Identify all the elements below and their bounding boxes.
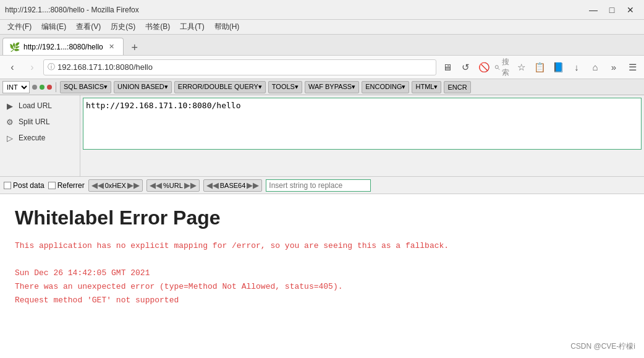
tools-menu[interactable]: TOOLS▾	[268, 81, 302, 93]
menu-bookmarks[interactable]: 书签(B)	[140, 20, 175, 33]
error-line4: Request method 'GET' not supported	[15, 294, 629, 307]
tab-close-button[interactable]: ✕	[107, 42, 117, 52]
execute-icon: ▷	[5, 133, 15, 143]
hackbar-toolbar: INT SQL BASICS▾ UNION BASED▾ ERROR/DOUBL…	[0, 79, 644, 95]
hackbar-bottom: Post data Referrer ◀◀ 0xHEX ▶▶ ◀◀ %URL ▶…	[0, 177, 644, 194]
hex-arrow-right: ▶▶	[127, 181, 140, 190]
menu-history[interactable]: 历史(S)	[106, 20, 140, 33]
dot-gray	[32, 85, 37, 90]
url-arrow-right: ▶▶	[184, 181, 197, 190]
split-url-icon: ⚙	[5, 117, 15, 127]
menu-file[interactable]: 文件(F)	[2, 20, 36, 33]
separator-1	[56, 82, 56, 92]
url-encode-label: %URL	[163, 182, 183, 189]
html-menu[interactable]: HTML▾	[412, 81, 441, 93]
split-url-button[interactable]: ⚙ Split URL	[0, 114, 80, 130]
download-button[interactable]: ↓	[569, 59, 585, 75]
sql-basics-menu[interactable]: SQL BASICS▾	[60, 81, 111, 93]
dot-red	[47, 85, 52, 90]
tab-title: http://192.1...:8080/hello	[23, 43, 103, 51]
title-bar: http://192.1...:8080/hello - Mozilla Fir…	[0, 0, 644, 20]
int-select[interactable]: INT	[2, 81, 30, 93]
close-button[interactable]: ✕	[622, 4, 639, 16]
menu-tools[interactable]: 工具(T)	[175, 20, 209, 33]
page-content: Whitelabel Error Page This application h…	[0, 194, 644, 358]
post-data-check[interactable]: Post data	[4, 181, 44, 190]
error-line2: Sun Dec 26 14:42:05 GMT 2021	[15, 266, 629, 280]
search-button[interactable]: 搜索	[494, 59, 511, 75]
error-body: This application has no explicit mapping…	[15, 239, 629, 307]
active-tab[interactable]: 🌿 http://192.1...:8080/hello ✕	[2, 38, 124, 55]
pocket-button[interactable]: 📘	[550, 59, 566, 75]
base64-label: BASE64	[220, 182, 246, 189]
dot-green	[40, 85, 44, 90]
hex-arrow-left: ◀◀	[91, 181, 104, 190]
tab-favicon: 🌿	[9, 42, 20, 52]
maximize-button[interactable]: □	[603, 4, 621, 16]
load-url-icon: ▶	[5, 101, 15, 111]
new-tab-button[interactable]: +	[126, 40, 143, 55]
url-input[interactable]	[83, 98, 642, 150]
load-url-button[interactable]: ▶ Load URL	[0, 98, 80, 114]
referrer-check[interactable]: Referrer	[48, 181, 85, 190]
svg-point-0	[495, 65, 498, 68]
more-button[interactable]: »	[606, 59, 622, 75]
hackbar-sidebar: ▶ Load URL ⚙ Split URL ▷ Execute	[0, 95, 80, 176]
execute-label: Execute	[19, 134, 45, 142]
union-based-menu[interactable]: UNION BASED▾	[114, 81, 172, 93]
window-title: http://192.1...:8080/hello - Mozilla Fir…	[5, 6, 585, 14]
forward-button[interactable]: ›	[23, 59, 41, 75]
error-double-query-menu[interactable]: ERROR/DOUBLE QUERY▾	[174, 81, 266, 93]
base64-arrow-right: ▶▶	[247, 181, 259, 190]
encr-menu[interactable]: ENCR	[444, 81, 470, 93]
reload-button[interactable]: ↺	[457, 59, 473, 75]
stop-button[interactable]: 🚫	[476, 59, 492, 75]
address-bar: ‹ › ⓘ 192.168.171.10:8080/hello 🖥 ↺ 🚫 搜索…	[0, 56, 644, 79]
execute-button[interactable]: ▷ Execute	[0, 130, 80, 146]
watermark: CSDN @CVE-柠檬i	[570, 341, 635, 352]
home-button[interactable]: ⌂	[587, 59, 603, 75]
tab-bar: 🌿 http://192.1...:8080/hello ✕ +	[0, 35, 644, 56]
network-button[interactable]: 🖥	[439, 59, 455, 75]
back-button[interactable]: ‹	[4, 59, 21, 75]
replace-input[interactable]	[266, 179, 371, 192]
hex-label: 0xHEX	[105, 182, 126, 189]
referrer-label: Referrer	[57, 181, 85, 190]
menu-button[interactable]: ☰	[624, 59, 640, 75]
svg-line-1	[498, 68, 499, 69]
post-data-checkbox[interactable]	[4, 182, 11, 189]
base64-encode-btn[interactable]: ◀◀ BASE64 ▶▶	[203, 179, 263, 192]
address-text: 192.168.171.10:8080/hello	[57, 62, 432, 72]
search-label: 搜索	[501, 57, 511, 78]
post-data-label: Post data	[13, 181, 44, 190]
waf-bypass-menu[interactable]: WAF BYPASS▾	[305, 81, 359, 93]
hex-encode-btn[interactable]: ◀◀ 0xHEX ▶▶	[88, 179, 143, 192]
screenshot-button[interactable]: 📋	[532, 59, 548, 75]
referrer-checkbox[interactable]	[48, 182, 56, 189]
url-arrow-left: ◀◀	[150, 181, 162, 190]
url-encode-btn[interactable]: ◀◀ %URL ▶▶	[146, 179, 200, 192]
minimize-button[interactable]: —	[585, 4, 602, 16]
split-url-label: Split URL	[19, 117, 50, 126]
error-line3: There was an unexpected error (type=Meth…	[15, 280, 629, 294]
error-line1: This application has no explicit mapping…	[15, 239, 629, 253]
menu-edit[interactable]: 编辑(E)	[36, 20, 71, 33]
base64-arrow-left: ◀◀	[206, 181, 219, 190]
encoding-menu[interactable]: ENCODING▾	[362, 81, 409, 93]
window-controls: — □ ✕	[585, 4, 639, 16]
bookmark-button[interactable]: ☆	[513, 59, 529, 75]
address-input-wrap[interactable]: ⓘ 192.168.171.10:8080/hello	[43, 59, 436, 75]
menu-bar: 文件(F) 编辑(E) 查看(V) 历史(S) 书签(B) 工具(T) 帮助(H…	[0, 20, 644, 35]
menu-help[interactable]: 帮助(H)	[210, 20, 245, 33]
menu-view[interactable]: 查看(V)	[71, 20, 106, 33]
hackbar-panel: ▶ Load URL ⚙ Split URL ▷ Execute	[0, 95, 644, 177]
error-title: Whitelabel Error Page	[15, 207, 629, 229]
security-icon: ⓘ	[48, 62, 55, 72]
load-url-label: Load URL	[19, 101, 52, 110]
hackbar-url-area	[80, 95, 644, 176]
